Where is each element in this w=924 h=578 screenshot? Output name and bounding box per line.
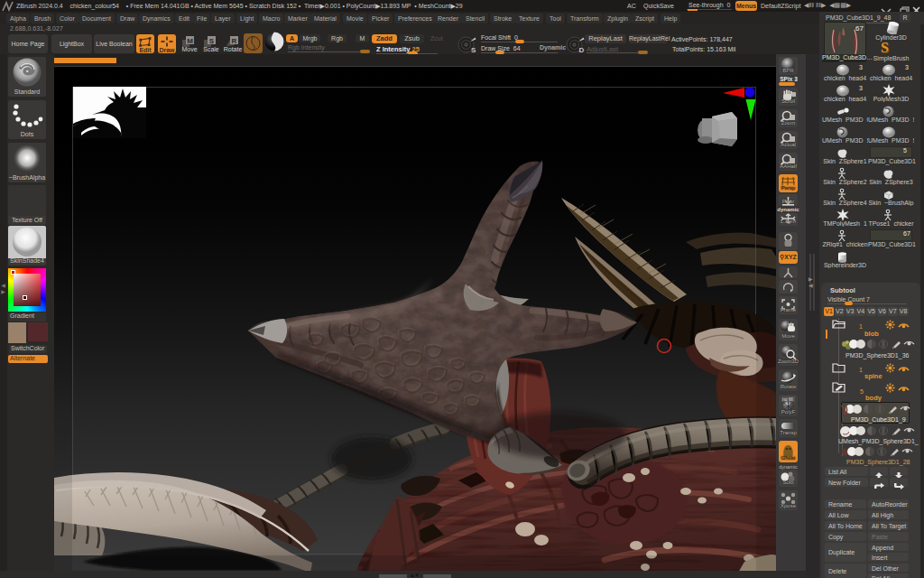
svg-text:S: S <box>209 37 215 45</box>
svg-text:M: M <box>187 37 193 45</box>
svg-text:67: 67 <box>855 24 864 33</box>
svg-text:R: R <box>232 37 237 45</box>
svg-text:Scale: Scale <box>203 46 219 52</box>
svg-text:D: D <box>579 46 585 54</box>
svg-text:Rotate: Rotate <box>224 46 243 52</box>
svg-text:Move: Move <box>181 46 197 52</box>
svg-text:S: S <box>471 46 476 54</box>
svg-text:Draw: Draw <box>159 47 175 53</box>
svg-text:Edit: Edit <box>139 47 152 53</box>
